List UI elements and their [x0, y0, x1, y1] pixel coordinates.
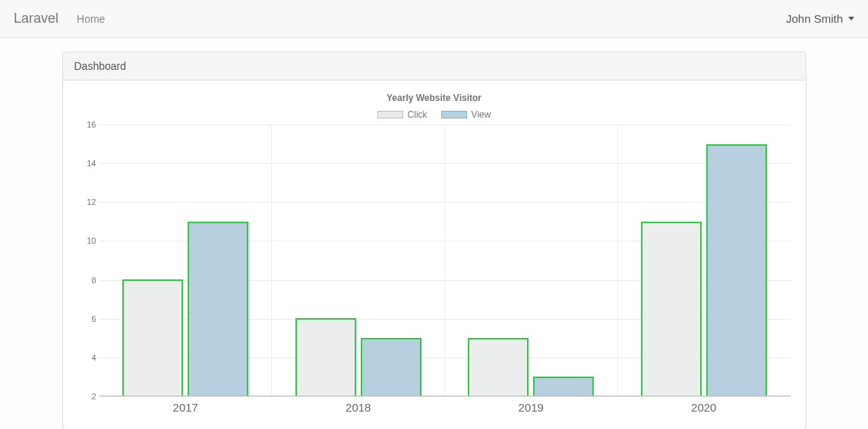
y-tick-label: 8	[80, 276, 96, 285]
y-tick-label: 14	[80, 159, 96, 168]
bar-group	[272, 125, 445, 396]
y-tick-label: 6	[80, 314, 96, 323]
bar-group	[618, 125, 791, 396]
x-tick-label: 2020	[617, 396, 791, 414]
y-tick-label: 10	[80, 236, 96, 245]
legend-label-view: View	[472, 109, 491, 120]
x-tick-label: 2019	[445, 396, 618, 414]
bar-click[interactable]	[122, 279, 183, 396]
chart-bars	[99, 125, 791, 396]
chevron-down-icon	[848, 17, 854, 21]
y-tick-label: 12	[80, 197, 96, 207]
chart-legend: Click View	[78, 109, 791, 120]
panel-body: Yearly Website Visitor Click View 246810…	[63, 80, 806, 429]
bar-view[interactable]	[361, 338, 421, 396]
user-name: John Smith	[786, 12, 843, 25]
bar-view[interactable]	[188, 222, 248, 396]
bar-group	[99, 125, 273, 396]
nav-left: Laravel Home	[14, 11, 105, 27]
x-tick-label: 2017	[99, 396, 273, 414]
grid-line	[99, 396, 791, 397]
chart-title: Yearly Website Visitor	[78, 93, 791, 103]
y-tick-label: 2	[80, 392, 96, 401]
legend-item-click[interactable]: Click	[377, 109, 428, 120]
bar-click[interactable]	[468, 338, 529, 396]
dashboard-panel: Dashboard Yearly Website Visitor Click V…	[62, 52, 806, 429]
navbar: Laravel Home John Smith	[0, 0, 868, 38]
legend-item-view[interactable]: View	[441, 109, 491, 120]
y-tick-label: 16	[80, 120, 96, 129]
bar-group	[445, 125, 618, 396]
y-tick-label: 4	[80, 353, 96, 362]
nav-home-link[interactable]: Home	[77, 13, 105, 25]
panel-heading: Dashboard	[63, 52, 806, 80]
user-dropdown[interactable]: John Smith	[786, 12, 854, 25]
page-container: Dashboard Yearly Website Visitor Click V…	[62, 38, 806, 429]
chart-plot-area: 246810121416	[99, 125, 791, 396]
legend-label-click: Click	[408, 109, 428, 120]
chart-x-axis: 2017201820192020	[99, 396, 791, 414]
x-tick-label: 2018	[272, 396, 445, 414]
bar-click[interactable]	[295, 318, 356, 396]
bar-click[interactable]	[641, 222, 702, 396]
brand-link[interactable]: Laravel	[14, 11, 58, 27]
legend-swatch-view	[441, 111, 467, 118]
bar-view[interactable]	[706, 144, 767, 396]
bar-view[interactable]	[533, 377, 594, 396]
legend-swatch-click	[377, 111, 403, 118]
